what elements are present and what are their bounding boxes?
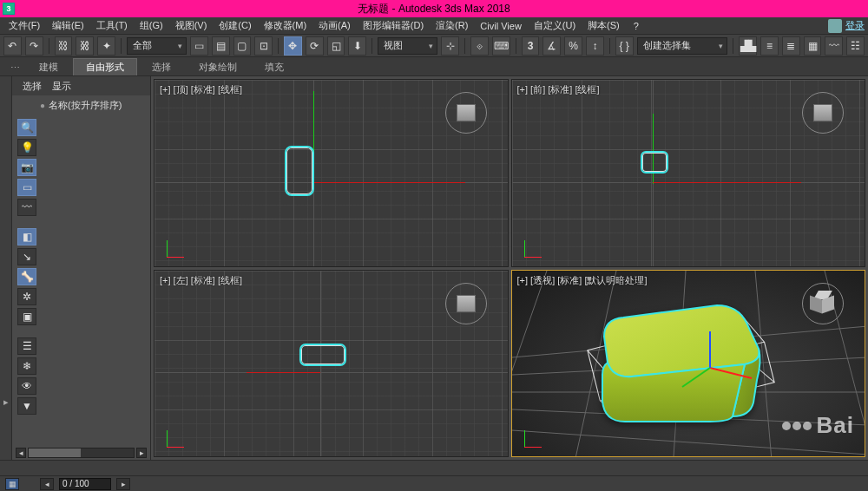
filter-cameras-icon[interactable]: 📷 bbox=[17, 159, 36, 176]
bind-spacewarp-button[interactable]: ✦ bbox=[97, 36, 115, 56]
viewport-top[interactable]: [+] [顶] [标准] [线框] bbox=[154, 79, 509, 267]
selected-object-left-outline[interactable] bbox=[299, 344, 346, 366]
panel-tab-select[interactable]: 选择 bbox=[23, 80, 42, 93]
select-by-name-button[interactable]: ▤ bbox=[212, 36, 230, 56]
filter-hidden-icon[interactable]: 👁 bbox=[17, 377, 36, 395]
redo-button[interactable]: ↷ bbox=[25, 36, 43, 56]
spinner-snap-button[interactable]: ↕ bbox=[586, 36, 604, 56]
curve-editor-button[interactable]: 〰 bbox=[825, 36, 843, 56]
edit-named-sel-button[interactable]: { } bbox=[615, 36, 634, 56]
panel-horizontal-scrollbar[interactable]: ◂ ▸ bbox=[12, 446, 150, 460]
menu-civilview[interactable]: Civil View bbox=[475, 19, 526, 33]
select-move-button[interactable]: ✥ bbox=[284, 36, 302, 56]
filter-lights-icon[interactable]: 💡 bbox=[17, 139, 36, 156]
login-link[interactable]: 登录 bbox=[845, 19, 865, 32]
named-selection-dropdown[interactable]: 创建选择集 bbox=[637, 37, 728, 55]
menu-animation[interactable]: 动画(A) bbox=[313, 17, 356, 34]
scroll-left-icon[interactable]: ◂ bbox=[16, 448, 26, 458]
select-object-button[interactable]: ▭ bbox=[190, 36, 208, 56]
ribbon-collapse-icon[interactable]: ⋯ bbox=[10, 60, 19, 75]
menu-modifiers[interactable]: 修改器(M) bbox=[259, 17, 312, 34]
selected-object-top-outline[interactable] bbox=[285, 146, 314, 196]
keyboard-shortcut-button[interactable]: ⌨ bbox=[492, 36, 510, 56]
window-crossing-button[interactable]: ⊡ bbox=[254, 36, 273, 56]
select-scale-button[interactable]: ◱ bbox=[327, 36, 345, 56]
menu-create[interactable]: 创建(C) bbox=[214, 17, 256, 34]
menu-file[interactable]: 文件(F) bbox=[3, 17, 45, 34]
axis-gizmo-front bbox=[524, 235, 547, 258]
scroll-right-icon[interactable]: ▸ bbox=[136, 448, 147, 458]
menu-views[interactable]: 视图(V) bbox=[170, 17, 213, 34]
align-button[interactable]: ≡ bbox=[760, 36, 779, 56]
selected-object-front-outline[interactable] bbox=[641, 151, 668, 173]
filter-groups-icon[interactable]: ▣ bbox=[17, 308, 36, 325]
menu-edit[interactable]: 编辑(E) bbox=[47, 17, 89, 34]
undo-button[interactable]: ↶ bbox=[3, 36, 22, 56]
viewcube-top[interactable] bbox=[445, 92, 487, 134]
filter-all-icon[interactable]: ▼ bbox=[17, 397, 36, 415]
sort-by-name-label[interactable]: 名称(按升序排序) bbox=[40, 99, 143, 112]
viewcube-left[interactable] bbox=[445, 283, 487, 324]
selected-object-3d[interactable] bbox=[580, 300, 771, 430]
angle-snap-button[interactable]: ∡ bbox=[542, 36, 561, 56]
menu-maxscript[interactable]: 脚本(S) bbox=[582, 17, 625, 34]
viewport-top-label[interactable]: [+] [顶] [标准] [线框] bbox=[160, 83, 242, 96]
viewport-persp-label[interactable]: [+] [透视] [标准] [默认明暗处理] bbox=[517, 274, 648, 287]
layer-explorer-button[interactable]: ▦ bbox=[804, 36, 822, 56]
viewcube-front[interactable] bbox=[802, 92, 844, 134]
filter-bone-icon[interactable]: 🦴 bbox=[17, 268, 36, 285]
use-pivot-button[interactable]: ⊹ bbox=[441, 36, 459, 56]
expand-panel-icon[interactable]: ▸ bbox=[3, 396, 9, 408]
viewport-perspective[interactable]: [+] [透视] [标准] [默认明暗处理] bbox=[511, 270, 866, 458]
unlink-button[interactable]: ⛓̸ bbox=[76, 36, 94, 56]
filter-frozen-icon[interactable]: ❄ bbox=[17, 357, 36, 375]
percent-snap-button[interactable]: % bbox=[564, 36, 582, 56]
ribbon-tab-objectpaint[interactable]: 对象绘制 bbox=[186, 58, 250, 75]
menu-customize[interactable]: 自定义(U) bbox=[529, 17, 581, 34]
selection-filter-dropdown[interactable]: 全部 bbox=[127, 37, 187, 55]
ribbon-tab-freeform[interactable]: 自由形式 bbox=[73, 58, 137, 75]
layers-button[interactable]: ≣ bbox=[782, 36, 800, 56]
schematic-view-button[interactable]: ☷ bbox=[846, 36, 865, 56]
select-manipulate-button[interactable]: ⟐ bbox=[470, 36, 489, 56]
menu-grapheditors[interactable]: 图形编辑器(D) bbox=[358, 17, 429, 34]
timeline-bar[interactable] bbox=[0, 460, 868, 475]
user-avatar-icon bbox=[828, 19, 842, 33]
ribbon-tab-populate[interactable]: 填充 bbox=[252, 58, 297, 75]
filter-search-icon[interactable]: 🔍 bbox=[17, 119, 36, 136]
workspace: ▸ 选择 显示 名称(按升序排序) 🔍 💡 📷 ▭ 〰 ◧ ↘ bbox=[0, 76, 868, 460]
menu-help-icon[interactable]: ? bbox=[628, 19, 644, 33]
viewport-grid: [+] [顶] [标准] [线框] [+] [前] [标准] [线框] bbox=[151, 76, 868, 460]
viewport-front[interactable]: [+] [前] [标准] [线框] bbox=[511, 79, 866, 267]
filter-helpers-icon[interactable]: ▭ bbox=[17, 179, 36, 196]
timeline-next-icon[interactable]: ▸ bbox=[116, 478, 130, 490]
link-button[interactable]: ⛓ bbox=[55, 36, 73, 56]
filter-shapes-icon[interactable]: ↘ bbox=[17, 248, 36, 265]
ribbon-tab-selection[interactable]: 选择 bbox=[139, 58, 184, 75]
viewport-left[interactable]: [+] [左] [标准] [线框] bbox=[154, 270, 509, 458]
select-region-button[interactable]: ▢ bbox=[233, 36, 252, 56]
viewcube-perspective[interactable] bbox=[802, 283, 844, 324]
menu-tools[interactable]: 工具(T) bbox=[91, 17, 133, 34]
panel-tab-display[interactable]: 显示 bbox=[52, 80, 71, 93]
filter-geometry-icon[interactable]: ◧ bbox=[17, 228, 36, 245]
frame-input[interactable] bbox=[59, 478, 111, 490]
ribbon-tab-modeling[interactable]: 建模 bbox=[26, 58, 71, 75]
snap-toggle-button[interactable]: 3 bbox=[522, 36, 540, 56]
viewport-left-label[interactable]: [+] [左] [标准] [线框] bbox=[160, 274, 242, 287]
title-bar: 3 无标题 - Autodesk 3ds Max 2018 bbox=[0, 0, 868, 17]
select-rotate-button[interactable]: ⟳ bbox=[306, 36, 324, 56]
viewport-layout-icon[interactable]: ▦ bbox=[5, 478, 19, 490]
select-place-button[interactable]: ⬇ bbox=[348, 36, 366, 56]
mirror-button[interactable]: ▟▙ bbox=[739, 36, 757, 56]
coord-system-dropdown[interactable]: 视图 bbox=[378, 37, 437, 55]
timeline-prev-icon[interactable]: ◂ bbox=[40, 478, 54, 490]
axis-gizmo-persp bbox=[524, 425, 547, 448]
axis-gizmo-top bbox=[167, 235, 189, 258]
filter-particles-icon[interactable]: ✲ bbox=[17, 288, 36, 305]
filter-spacewarps-icon[interactable]: 〰 bbox=[17, 199, 36, 216]
menu-rendering[interactable]: 渲染(R) bbox=[431, 17, 473, 34]
viewport-front-label[interactable]: [+] [前] [标准] [线框] bbox=[517, 83, 600, 96]
menu-group[interactable]: 组(G) bbox=[135, 17, 168, 34]
filter-xref-icon[interactable]: ☰ bbox=[17, 337, 36, 355]
